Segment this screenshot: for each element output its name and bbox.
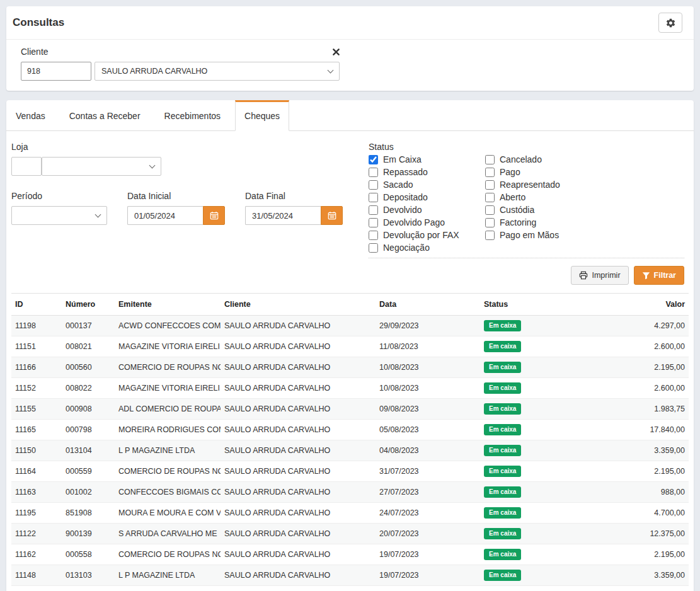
- gear-icon: [665, 18, 676, 28]
- status-checkbox-row[interactable]: Factoring: [485, 216, 684, 229]
- x-icon: [333, 49, 340, 55]
- cell-data: 19/07/2023: [376, 565, 480, 586]
- status-checkbox-row[interactable]: Pago em Mãos: [485, 229, 684, 241]
- table-row[interactable]: 11155 000908 ADL COMERCIO DE ROUPAS … SA…: [11, 399, 689, 420]
- settings-button[interactable]: [658, 13, 682, 33]
- cell-cliente: SAULO ARRUDA CARVALHO: [221, 336, 376, 357]
- table-row[interactable]: 11150 013104 L P MAGAZINE LTDA SAULO ARR…: [11, 440, 689, 461]
- status-checkbox[interactable]: [369, 155, 378, 164]
- clear-client-button[interactable]: [333, 49, 340, 55]
- status-checkbox[interactable]: [369, 231, 378, 240]
- cell-data: 24/07/2023: [376, 503, 480, 524]
- status-checkbox-row[interactable]: Aberto: [485, 191, 684, 204]
- status-checkbox[interactable]: [369, 205, 378, 215]
- cell-cliente: SAULO ARRUDA CARVALHO: [221, 440, 376, 461]
- status-checkbox-row[interactable]: Custódia: [485, 204, 684, 216]
- data-final-label: Data Final: [245, 191, 343, 201]
- cell-status: Em caixa: [480, 336, 587, 357]
- data-final-calendar-button[interactable]: [321, 206, 343, 225]
- status-checkbox[interactable]: [485, 205, 495, 215]
- column-header-cliente: Cliente: [221, 294, 376, 316]
- data-final-input[interactable]: [245, 206, 321, 225]
- cell-numero: 008022: [62, 378, 115, 399]
- cell-numero: 000558: [62, 544, 115, 565]
- status-checkbox[interactable]: [485, 180, 495, 190]
- table-row[interactable]: 11152 008022 MAGAZINE VITORIA EIRELI ME …: [11, 378, 689, 399]
- table-row[interactable]: 11165 000798 MOREIRA RODRIGUES COME… SAU…: [11, 420, 689, 440]
- cell-id: 11195: [11, 503, 62, 524]
- table-row[interactable]: 11148 013103 L P MAGAZINE LTDA SAULO ARR…: [11, 565, 689, 586]
- loja-code-input[interactable]: [11, 157, 42, 176]
- cell-emitente: L P MAGAZINE LTDA: [115, 440, 221, 461]
- status-checkbox[interactable]: [485, 231, 495, 240]
- status-checkbox-row[interactable]: Pago: [485, 166, 684, 178]
- table-row[interactable]: 11122 900139 S ARRUDA CARVALHO ME SAULO …: [11, 524, 689, 544]
- cell-id: 11122: [11, 524, 62, 544]
- status-checkbox-label: Reapresentado: [500, 180, 560, 190]
- status-checkbox-row[interactable]: Reapresentado: [485, 178, 684, 191]
- status-checkbox[interactable]: [485, 168, 495, 177]
- status-checkbox-label: Cancelado: [500, 154, 542, 164]
- loja-select[interactable]: [42, 157, 161, 176]
- status-checkbox-row[interactable]: Devolvido: [369, 204, 485, 216]
- table-row[interactable]: 11195 851908 MOURA E MOURA E COM VAR… SA…: [11, 503, 689, 524]
- cell-id: 11155: [11, 399, 62, 420]
- tab[interactable]: Recebimentos: [155, 100, 231, 131]
- spacer: [6, 586, 694, 591]
- status-checkbox[interactable]: [369, 193, 378, 202]
- cell-status: Em caixa: [480, 482, 587, 503]
- status-checkbox-row[interactable]: Devolução por FAX: [369, 229, 485, 241]
- cell-valor: 1.983,75: [587, 399, 689, 420]
- status-checkbox[interactable]: [369, 180, 378, 190]
- table-row[interactable]: 11164 000559 COMERCIO DE ROUPAS NOV… SAU…: [11, 461, 689, 482]
- cell-numero: 001002: [62, 482, 115, 503]
- status-checkbox-row[interactable]: Cancelado: [485, 153, 684, 166]
- client-code-input[interactable]: [21, 62, 91, 81]
- cell-valor: 2.600,00: [587, 336, 689, 357]
- cell-id: 11165: [11, 420, 62, 440]
- print-button[interactable]: Imprimir: [571, 266, 628, 285]
- tab[interactable]: Contas a Receber: [60, 100, 150, 131]
- tab[interactable]: Cheques: [235, 100, 289, 131]
- data-inicial-input[interactable]: [127, 206, 203, 225]
- periodo-select[interactable]: [11, 206, 107, 225]
- cell-valor: 2.195,00: [587, 461, 689, 482]
- table-row[interactable]: 11163 001002 CONFECCOES BIGMAIS COM… SAU…: [11, 482, 689, 503]
- status-badge: Em caixa: [484, 382, 521, 394]
- status-checkbox[interactable]: [485, 218, 495, 227]
- client-select[interactable]: SAULO ARRUDA CARVALHO: [95, 62, 340, 81]
- data-inicial-calendar-button[interactable]: [203, 206, 225, 225]
- table-row[interactable]: 11162 000558 COMERCIO DE ROUPAS NOV… SAU…: [11, 544, 689, 565]
- status-checkbox-row[interactable]: Repassado: [369, 166, 485, 178]
- status-checkbox-row[interactable]: Depositado: [369, 191, 485, 204]
- status-checkbox[interactable]: [485, 155, 495, 164]
- chevron-down-icon: [95, 211, 101, 217]
- status-checkbox[interactable]: [369, 243, 378, 253]
- table-row[interactable]: 11151 008021 MAGAZINE VITORIA EIRELI ME …: [11, 336, 689, 357]
- cell-id: 11166: [11, 357, 62, 378]
- status-checkbox[interactable]: [369, 218, 378, 227]
- cell-data: 11/08/2023: [376, 336, 480, 357]
- cell-cliente: SAULO ARRUDA CARVALHO: [221, 544, 376, 565]
- table-row[interactable]: 11166 000560 COMERCIO DE ROUPAS NOV… SAU…: [11, 357, 689, 378]
- status-checkbox-row[interactable]: Em Caixa: [369, 153, 485, 166]
- status-checkbox[interactable]: [369, 168, 378, 177]
- data-inicial-label: Data Inicial: [127, 191, 225, 201]
- filter-button[interactable]: Filtrar: [634, 266, 684, 285]
- cell-data: 10/08/2023: [376, 357, 480, 378]
- status-checkbox-row[interactable]: Devolvido Pago: [369, 216, 485, 229]
- status-checkbox-label: Depositado: [383, 192, 428, 202]
- cell-data: 05/08/2023: [376, 420, 480, 440]
- status-checkbox-row[interactable]: Sacado: [369, 178, 485, 191]
- tab[interactable]: Vendas: [6, 100, 55, 131]
- page-title: Consultas: [13, 16, 64, 29]
- table-row[interactable]: 11198 000137 ACWD CONFECCOES COMER… SAUL…: [11, 316, 689, 336]
- cell-emitente: MOURA E MOURA E COM VAR…: [115, 503, 221, 524]
- cell-id: 11148: [11, 565, 62, 586]
- cell-status: Em caixa: [480, 316, 587, 336]
- cell-status: Em caixa: [480, 378, 587, 399]
- status-checkbox[interactable]: [485, 193, 495, 202]
- cell-status: Em caixa: [480, 544, 587, 565]
- chevron-down-icon: [328, 67, 334, 73]
- status-checkbox-row[interactable]: Negociação: [369, 241, 485, 254]
